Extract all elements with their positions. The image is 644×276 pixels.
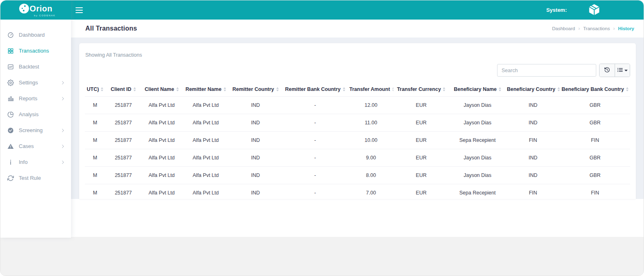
table-cell: 11.00 <box>349 114 393 132</box>
header-cell-10[interactable]: Beneficiary Bank Country <box>560 82 630 97</box>
table-cell: 251877 <box>105 132 141 149</box>
table-cell: 251877 <box>105 114 141 132</box>
table-cell: Alfa Pvt Ltd <box>141 132 182 149</box>
table-row: M251877Alfa Pvt LtdAlfa Pvt LtdIND-8.00E… <box>85 167 630 184</box>
header-cell-2[interactable]: Client Name <box>141 82 182 97</box>
header-cell-3[interactable]: Remitter Name <box>182 82 229 97</box>
table-cell: 251877 <box>105 149 141 167</box>
table-cell: GBR <box>560 167 630 184</box>
table-cell: Jayson Dias <box>449 167 506 184</box>
sidebar-item-label: Info <box>19 159 60 165</box>
table-cell: - <box>282 97 349 114</box>
table-cell: 9.00 <box>349 149 393 167</box>
table-cell: FIN <box>506 184 560 199</box>
sidebar-item-label: Cases <box>19 143 60 149</box>
list-view-button[interactable] <box>615 64 630 77</box>
breadcrumb: Dashboard›Transactions›History <box>552 26 634 31</box>
info-icon <box>7 159 14 166</box>
table-cell: M <box>85 167 105 184</box>
sort-icon <box>626 87 628 91</box>
table-cell: 10.00 <box>349 132 393 149</box>
brand-name: Orion <box>30 4 53 13</box>
header-cell-7[interactable]: Transfer Currency <box>393 82 449 97</box>
table-cell: M <box>85 149 105 167</box>
header-cell-4[interactable]: Remitter Country <box>229 82 282 97</box>
header-cell-8[interactable]: Beneficiary Name <box>449 82 506 97</box>
brand-logo[interactable]: Orion by CODENAK <box>0 0 71 20</box>
sidebar-item-backtest[interactable]: Backtest <box>0 59 71 75</box>
history-icon <box>604 67 610 74</box>
transactions-table: UTC)Client IDClient NameRemitter NameRem… <box>85 82 630 199</box>
table-cell: - <box>282 184 349 199</box>
crumb-transactions[interactable]: Transactions <box>583 26 610 31</box>
sidebar-item-screening[interactable]: Screening <box>0 122 71 138</box>
header-label: Client ID <box>111 86 131 92</box>
header-label: Beneficiary Bank Country <box>562 86 624 92</box>
warning-triangle-icon <box>7 143 14 150</box>
table-cell: Sepa Recepient <box>449 184 506 199</box>
table-cell: Alfa Pvt Ltd <box>141 114 182 132</box>
transactions-card: Showing All Transactions <box>79 43 636 199</box>
header-label: Transfer Currency <box>397 86 441 92</box>
table-cell: IND <box>229 184 282 199</box>
table-cell: - <box>282 167 349 184</box>
sort-icon <box>276 87 279 91</box>
header-cell-1[interactable]: Client ID <box>105 82 141 97</box>
table-cell: 7.00 <box>349 184 393 199</box>
table-cell: IND <box>229 97 282 114</box>
table-cell: Alfa Pvt Ltd <box>182 97 229 114</box>
history-button[interactable] <box>600 64 615 77</box>
sidebar-item-dashboard[interactable]: Dashboard <box>0 27 71 43</box>
table-cell: GBR <box>560 149 630 167</box>
crumb-dashboard[interactable]: Dashboard <box>552 26 575 31</box>
hamburger-icon[interactable] <box>76 5 86 15</box>
content-area: Showing All Transactions <box>71 38 644 199</box>
table-row: M251877Alfa Pvt LtdAlfa Pvt LtdIND-10.00… <box>85 132 630 149</box>
table-cell: - <box>282 132 349 149</box>
brand-byline: by CODENAK <box>34 14 56 17</box>
system-label: System: <box>546 7 567 13</box>
table-cell: EUR <box>393 167 449 184</box>
sidebar-item-cases[interactable]: Cases <box>0 138 71 154</box>
table-cell: M <box>85 114 105 132</box>
caret-down-icon <box>624 70 628 71</box>
table-cell: Sepa Recepient <box>449 132 506 149</box>
header-label: Remitter Country <box>232 86 274 92</box>
chart-image-icon <box>7 63 14 70</box>
bar-chart-icon <box>7 95 14 102</box>
header-label: Transfer Amount <box>349 86 390 92</box>
table-cell: Jayson Dias <box>449 97 506 114</box>
header-cell-6[interactable]: Transfer Amount <box>349 82 393 97</box>
breadcrumb-separator: › <box>613 26 615 31</box>
package-cube-icon[interactable] <box>588 4 600 17</box>
search-input[interactable] <box>497 64 596 77</box>
table-cell: 251877 <box>105 167 141 184</box>
sidebar-item-test-rule[interactable]: Test Rule <box>0 170 71 186</box>
orion-logo-icon <box>19 4 29 13</box>
sidebar-item-analysis[interactable]: Analysis <box>0 106 71 122</box>
sidebar-item-label: Test Rule <box>19 175 65 181</box>
header-cell-9[interactable]: Beneficiary Country <box>506 82 560 97</box>
table-cell: Alfa Pvt Ltd <box>141 167 182 184</box>
sidebar-item-info[interactable]: Info <box>0 154 71 170</box>
table-cell: Alfa Pvt Ltd <box>182 132 229 149</box>
table-cell: GBR <box>560 114 630 132</box>
sidebar-item-reports[interactable]: Reports <box>0 91 71 106</box>
header-cell-0[interactable]: UTC) <box>85 82 105 97</box>
sidebar-item-label: Analysis <box>19 111 65 117</box>
table-cell: M <box>85 184 105 199</box>
gauge-icon <box>7 31 14 38</box>
table-row: M251877Alfa Pvt LtdAlfa Pvt LtdIND-11.00… <box>85 114 630 132</box>
sort-icon <box>557 87 560 91</box>
table-cell: EUR <box>393 184 449 199</box>
table-cell: M <box>85 97 105 114</box>
table-cell: 251877 <box>105 184 141 199</box>
sidebar-item-transactions[interactable]: Transactions <box>0 43 71 59</box>
sidebar-item-label: Screening <box>19 127 60 133</box>
table-row: M251877Alfa Pvt LtdAlfa Pvt LtdIND-9.00E… <box>85 149 630 167</box>
sidebar-item-settings[interactable]: Settings <box>0 75 71 91</box>
header-cell-5[interactable]: Remitter Bank Country <box>282 82 349 97</box>
sidebar: Orion by CODENAK DashboardTransactionsBa… <box>0 0 71 238</box>
header-label: Beneficiary Country <box>507 86 555 92</box>
table-cell: 251877 <box>105 97 141 114</box>
